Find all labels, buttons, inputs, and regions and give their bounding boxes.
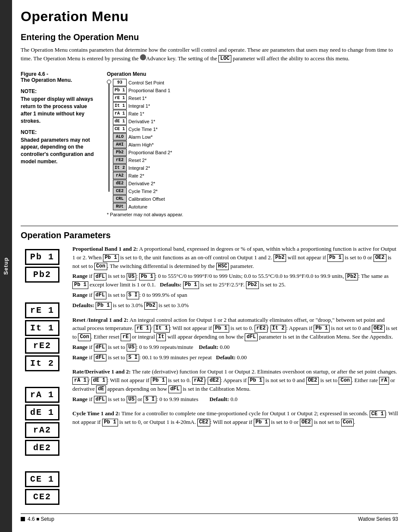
oe2-reset: OE2 bbox=[372, 325, 385, 333]
figure-caption: Figure 4.6 -The Operation Menu. bbox=[21, 71, 98, 83]
pb-range2: Range if dFL is set to S I : 0 to 999.9%… bbox=[72, 291, 398, 299]
note2-label: NOTE: bbox=[21, 129, 98, 135]
menu-item-row: rA2Rate 2* bbox=[113, 172, 172, 179]
con-rate: Con bbox=[339, 377, 352, 385]
menu-item-code: ALO bbox=[113, 133, 127, 140]
menu-item-code: dE 1 bbox=[113, 118, 127, 125]
range-bold4: Range bbox=[72, 354, 87, 361]
loc-param: LOC bbox=[218, 55, 231, 63]
rate-display-group: rA 1 dE 1 rA2 dE2 bbox=[25, 387, 59, 456]
footer-right-text: Watlow Series 93 bbox=[358, 516, 398, 522]
pb-display-group: Pb 1 Pb2 bbox=[25, 249, 59, 283]
sidebar: Setup bbox=[0, 0, 12, 532]
menu-item-row: dE2Derivative 2* bbox=[113, 180, 172, 187]
menu-item-row: Pb 1Proportional Band 1 bbox=[113, 87, 172, 94]
de1-inline: dE 1 bbox=[91, 377, 107, 385]
pb1-default: Pb 1 bbox=[183, 281, 199, 289]
rate-range1: Range if dFL is set to US or S I : 0 to … bbox=[72, 395, 398, 404]
si-box1: S I bbox=[127, 292, 140, 299]
advance-circle-icon bbox=[140, 54, 146, 60]
figure-left: Figure 4.6 -The Operation Menu. NOTE: Th… bbox=[21, 71, 98, 169]
menu-diagram-title: Operation Menu bbox=[107, 71, 398, 77]
de1-display: dE 1 bbox=[25, 404, 59, 420]
menu-item-label: Reset 1* bbox=[128, 95, 146, 102]
pb-param-text: Proportional Band 1 and 2: A proportiona… bbox=[72, 245, 398, 270]
it2-inline: It 2 bbox=[271, 325, 286, 333]
menu-item-label: Integral 1* bbox=[128, 103, 150, 110]
note1-label: NOTE: bbox=[21, 88, 98, 94]
menu-item-code: 93 bbox=[113, 79, 127, 86]
dfl-box1: dFL bbox=[94, 273, 107, 281]
menu-diagram: Operation Menu 93Control Set PointPb 1Pr… bbox=[107, 71, 398, 217]
si-box3: S I bbox=[143, 396, 156, 404]
range-bold2: Range bbox=[72, 292, 87, 298]
oe2-rate: OE2 bbox=[306, 377, 319, 385]
pb-defaults2: Defaults: Pb 1 is set to 3.0% Pb2 is set… bbox=[72, 301, 398, 310]
menu-item-code: rE 1 bbox=[113, 94, 127, 102]
intro-text: The Operation Menu contains parameters t… bbox=[21, 46, 398, 62]
menu-item-row: CE 1Cycle Time 1* bbox=[113, 125, 172, 133]
menu-item-row: CE2Cycle Time 2* bbox=[113, 187, 172, 195]
menu-item-row: RUtAutotune bbox=[113, 203, 172, 210]
page-wrapper: Setup Operation Menu Entering the Operat… bbox=[0, 0, 411, 532]
us-box3: US bbox=[127, 396, 136, 404]
hsc-inline: HSC bbox=[216, 263, 229, 271]
footer-square-icon bbox=[21, 517, 25, 521]
menu-item-row: Pb2Proportional Band 2* bbox=[113, 149, 172, 156]
us-box2: US bbox=[127, 344, 136, 352]
pb2-range: Pb2 bbox=[346, 273, 358, 281]
menu-item-row: dE 1Derivative 1* bbox=[113, 118, 172, 125]
con-cycle: Con bbox=[341, 419, 354, 426]
menu-item-row: rE 1Reset 1* bbox=[113, 94, 172, 102]
pb1-def2: Pb 1 bbox=[96, 302, 112, 310]
reset-param-text: Reset /Integral 1 and 2: An integral con… bbox=[72, 316, 398, 341]
reset-range1: Range if dFL is set to US : 0 to 9.99 re… bbox=[72, 343, 398, 352]
cycle-param-section: Cycle Time 1 and 2: Time for a controlle… bbox=[72, 409, 398, 426]
menu-item-label: Autotune bbox=[128, 203, 147, 211]
default-bold5: Default: bbox=[209, 396, 229, 402]
menu-item-label: Proportional Band 2* bbox=[128, 149, 172, 156]
range-bold: Range bbox=[72, 273, 87, 279]
figure-area: Figure 4.6 -The Operation Menu. NOTE: Th… bbox=[21, 71, 398, 217]
menu-item-label: Derivative 1* bbox=[128, 118, 155, 125]
re2-inline: rE2 bbox=[255, 325, 268, 333]
reset-param-title: Reset /Integral 1 and 2: bbox=[72, 317, 128, 323]
ce1-inline: CE 1 bbox=[370, 411, 386, 418]
de-box: dE bbox=[96, 386, 106, 393]
ra1-display: rA 1 bbox=[25, 387, 59, 403]
menu-item-code: It 2 bbox=[113, 164, 127, 171]
menu-item-row: It 1Integral 1* bbox=[113, 102, 172, 109]
menu-items-list: 93Control Set PointPb 1Proportional Band… bbox=[113, 79, 172, 210]
dfl-rate: dFL bbox=[168, 386, 181, 393]
defaults-bold: Defaults: bbox=[160, 281, 182, 288]
it1-inline: It 1 bbox=[154, 325, 170, 333]
it-box: It bbox=[156, 333, 166, 341]
reset-display-group: rE 1 It 1 rE2 It 2 bbox=[25, 302, 59, 371]
oe2-inline: OE2 bbox=[374, 254, 386, 262]
ra2-inline: rA2 bbox=[192, 377, 205, 385]
menu-item-label: Reset 2* bbox=[128, 157, 146, 164]
re2-display: rE2 bbox=[25, 338, 59, 354]
menu-item-code: CRL bbox=[113, 195, 127, 202]
cycle-param-text: Cycle Time 1 and 2: Time for a controlle… bbox=[72, 409, 398, 426]
menu-item-row: rE2Reset 2* bbox=[113, 156, 172, 164]
menu-dot bbox=[107, 80, 111, 84]
pb2-inline: Pb2 bbox=[274, 254, 286, 262]
menu-item-code: AHI bbox=[113, 141, 127, 148]
reset-range2: Range if dFL is set to S I : 00.1 to 9.9… bbox=[72, 353, 398, 362]
cycle-param-title: Cycle Time 1 and 2: bbox=[72, 410, 120, 417]
pb1-inline2: Pb 1 bbox=[327, 254, 343, 262]
default-bold3: Default: bbox=[199, 344, 219, 350]
pb1-reset: Pb 1 bbox=[213, 325, 229, 333]
pb2-default: Pb2 bbox=[246, 281, 259, 289]
op-params-heading: Operation Parameters bbox=[21, 230, 398, 240]
re1-inline: rE 1 bbox=[135, 325, 151, 333]
menu-item-label: Cycle Time 1* bbox=[128, 126, 158, 133]
note1-block: NOTE: The upper display will always retu… bbox=[21, 88, 98, 124]
menu-item-row: It 2Integral 2* bbox=[113, 164, 172, 171]
menu-item-label: Cycle Time 2* bbox=[128, 188, 158, 195]
note2-block: NOTE: Shaded parameters may not appear, … bbox=[21, 129, 98, 165]
menu-item-code: Pb2 bbox=[113, 149, 127, 156]
pb2-def2: Pb2 bbox=[144, 302, 157, 310]
si-box2: S I bbox=[127, 354, 140, 362]
